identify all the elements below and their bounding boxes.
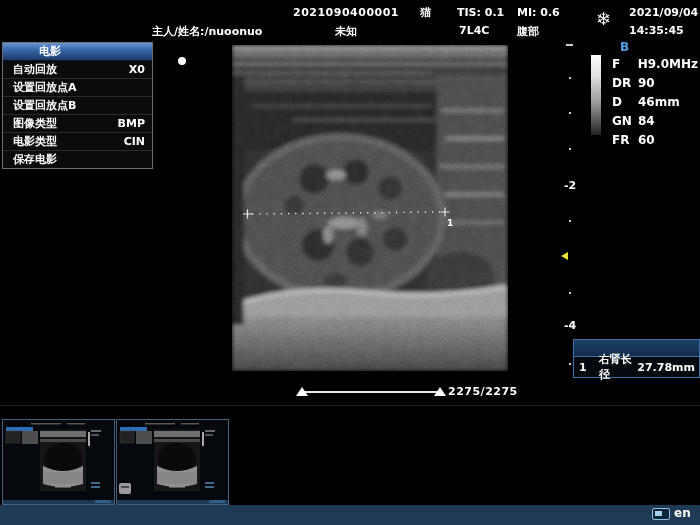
param-value: 84 (638, 114, 655, 128)
measurement-panel: 1 右肾长径 27.78mm (573, 339, 700, 378)
ultrasound-display[interactable]: 1 (232, 45, 508, 371)
probe-label: 7L4C (459, 24, 489, 37)
thumbnail-1[interactable] (2, 419, 115, 505)
menu-item-label: 设置回放点B (3, 97, 76, 114)
menu-item-value: CIN (124, 133, 152, 150)
menu-item-set-point-a[interactable]: 设置回放点A (3, 79, 152, 97)
depth-ruler-tick (569, 220, 571, 222)
species-label: 猫 (420, 5, 431, 20)
menu-item-label: 自动回放 (3, 61, 57, 78)
menu-item-label: 保存电影 (3, 151, 57, 168)
menu-item-cine-type[interactable]: 电影类型 CIN (3, 133, 152, 151)
thumbnail-2[interactable] (116, 419, 229, 505)
param-depth: D 46mm (612, 95, 698, 109)
grayscale-bar (591, 55, 601, 135)
taskbar (0, 505, 700, 525)
param-label: FR (612, 133, 638, 147)
preset-label: 腹部 (517, 24, 539, 39)
param-value: 90 (638, 76, 655, 90)
depth-label-4: -4 (564, 319, 576, 332)
menu-item-value (145, 151, 152, 168)
caliper-label: 1 (447, 218, 453, 228)
exam-id: 2021090400001 (290, 6, 402, 19)
menu-item-value (145, 79, 152, 96)
param-label: D (612, 95, 638, 109)
saved-stamp-icon (119, 483, 131, 494)
menu-item-label: 设置回放点A (3, 79, 77, 96)
ime-language-label: en (674, 506, 691, 520)
thumbnail-preview (117, 420, 228, 504)
measurement-row: 1 右肾长径 27.78mm (574, 357, 699, 377)
param-gain: GN 84 (612, 114, 698, 128)
menu-item-image-type[interactable]: 图像类型 BMP (3, 115, 152, 133)
depth-ruler-tick (569, 112, 571, 114)
depth-ruler-tick (569, 292, 571, 294)
ultrasound-render: 1 (232, 45, 508, 371)
param-frame-rate: FR 60 (612, 133, 698, 147)
cine-position-marker[interactable] (434, 387, 446, 396)
measurement-value: 27.78mm (637, 361, 699, 374)
mi-value: MI: 0.6 (517, 6, 560, 19)
menu-item-value: X0 (129, 61, 152, 78)
owner-name: 主人/姓名:/nuoonuo (152, 24, 262, 39)
time-label: 14:35:45 (629, 24, 684, 37)
frame-counter: 2275/2275 (448, 385, 518, 398)
param-value: 60 (638, 133, 655, 147)
freeze-icon: ❄ (596, 8, 611, 29)
orientation-marker-dot (178, 57, 186, 65)
cine-menu: 电影 自动回放 X0 设置回放点A 设置回放点B 图像类型 BMP 电影类型 C… (2, 42, 153, 169)
param-label: DR (612, 76, 638, 90)
depth-ruler-tick (569, 148, 571, 150)
depth-label-2: -2 (564, 179, 576, 192)
param-value: 46mm (638, 95, 680, 109)
date-label: 2021/09/04 (629, 6, 698, 19)
age-label: 未知 (331, 24, 361, 39)
mode-indicator: B (620, 40, 629, 54)
param-frequency: F H9.0MHz (612, 57, 698, 71)
measurement-index: 1 (574, 361, 593, 374)
menu-item-auto-replay[interactable]: 自动回放 X0 (3, 61, 152, 79)
thumbnail-strip (0, 405, 700, 506)
thumbnail-preview (3, 420, 114, 504)
menu-item-save-cine[interactable]: 保存电影 (3, 151, 152, 168)
menu-item-value (145, 97, 152, 114)
depth-ruler-tick (569, 363, 571, 365)
measurement-name: 右肾长径 (593, 352, 637, 382)
focus-marker-icon[interactable] (561, 252, 568, 260)
cine-menu-title: 电影 (3, 43, 152, 61)
tis-value: TIS: 0.1 (457, 6, 504, 19)
ultrasound-app-window: 2021090400001 猫 TIS: 0.1 MI: 0.6 2021/09… (0, 0, 700, 525)
cine-scrub-bar[interactable] (303, 391, 443, 393)
param-label: F (612, 57, 638, 71)
cine-start-marker[interactable] (296, 387, 308, 396)
menu-item-label: 图像类型 (3, 115, 57, 132)
param-value: H9.0MHz (638, 57, 698, 71)
menu-item-label: 电影类型 (3, 133, 57, 150)
param-dynamic-range: DR 90 (612, 76, 698, 90)
param-label: GN (612, 114, 638, 128)
keyboard-icon (652, 508, 670, 520)
menu-item-set-point-b[interactable]: 设置回放点B (3, 97, 152, 115)
menu-item-value: BMP (118, 115, 152, 132)
depth-ruler-tick (566, 44, 573, 46)
depth-ruler-tick (569, 77, 571, 79)
